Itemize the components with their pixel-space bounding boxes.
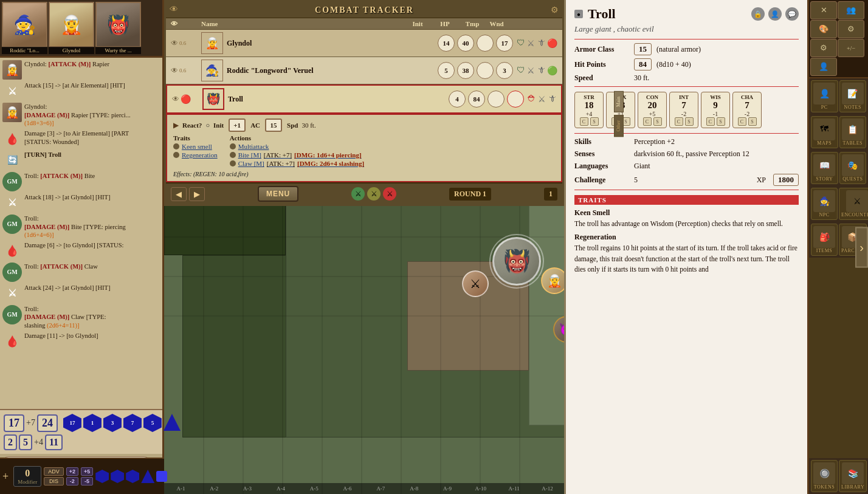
tool-close[interactable]: ✕	[810, 1, 837, 19]
log-avatar-gm: GM	[2, 172, 22, 191]
token-char3-container[interactable]: 👿	[553, 316, 564, 343]
str-c-btn[interactable]: C	[580, 117, 588, 126]
trait-keen-smell[interactable]: Keen smell	[173, 143, 218, 150]
tool-players[interactable]: 👥	[838, 1, 864, 19]
tool-plusminus[interactable]: +/−	[838, 39, 864, 57]
troll-expand-arrow[interactable]: ▶	[173, 121, 179, 130]
tab-pc[interactable]: 👤 PC	[811, 80, 838, 112]
menu-button[interactable]: MENU	[258, 186, 298, 202]
action-bite[interactable]: Bite [M] [ATK: +7] [DMG: 1d6+4 piercing]	[230, 151, 364, 159]
dice-display: 17 +7 24 17 1 3 7 5 2 5 +4 11	[0, 409, 162, 454]
far-right-sidebar: ✕ 👥 🎨 ⚙ ⚙ +/− 👤 👤 PC 📝 NOTES 🗺 MAPS	[807, 0, 868, 494]
die-d20-icon[interactable]	[95, 470, 109, 483]
nav-back-btn[interactable]: ◀	[171, 187, 187, 201]
die-d6-icon[interactable]	[156, 471, 167, 482]
hp-glyndol: 40	[457, 35, 474, 52]
log-entry: GM Troll: [ATTACK (M)] Bite	[2, 172, 160, 191]
story-icon: 📖	[813, 154, 835, 176]
tracker-title: COMBAT TRACKER	[315, 5, 414, 15]
die-d10-icon[interactable]	[126, 470, 139, 483]
tab-notes[interactable]: 📝 NOTES	[839, 80, 867, 112]
left-sidebar: 🧙 Roddic "Lo... 🧝 Glyndol 👹 Warty the ..…	[0, 0, 164, 494]
tab-npc[interactable]: 🧙 NPC	[811, 188, 838, 220]
adv-button[interactable]: ADV	[44, 467, 64, 476]
dis-button[interactable]: DIS	[44, 477, 64, 485]
minus2-button[interactable]: -2	[66, 477, 78, 485]
stat-row-ac: Armor Class 15 (natural armor)	[574, 43, 799, 55]
wis-value: 9	[713, 100, 718, 111]
combatant-row-roddic[interactable]: 👁 0.6 🧙 Roddic "Longword" Veruel 5 38 3 …	[166, 57, 562, 84]
tab-maps[interactable]: 🗺 MAPS	[811, 116, 838, 148]
tracker-gear-icon[interactable]: ⚙	[551, 5, 559, 15]
con-c-btn[interactable]: C	[643, 117, 652, 126]
token-troll-container[interactable]: 👹	[492, 237, 541, 286]
int-s-btn[interactable]: S	[685, 117, 694, 126]
combatant-row-troll[interactable]: 👁 🔴 👹 Troll 4 84 ⛑ ⚔ 🗡	[166, 84, 562, 114]
stat-divider-2	[574, 86, 799, 87]
action-claw[interactable]: Claw [M] [ATK: +7] [DMG: 2d6+4 slashing]	[230, 160, 364, 167]
dice-plus-2: +4	[34, 437, 43, 447]
tool-person[interactable]: 👤	[810, 58, 837, 76]
portrait-warty[interactable]: 👹 Warty the ...	[95, 2, 141, 54]
portrait-glyndol[interactable]: 🧝 Glyndol	[49, 2, 94, 54]
blue-die-d20-2: 1	[83, 414, 102, 432]
share-icon[interactable]: 👤	[768, 7, 782, 21]
die-d4-icon[interactable]	[141, 470, 154, 483]
tool-color[interactable]: 🎨	[810, 20, 837, 38]
tab-library[interactable]: 📚 LIBRARY	[839, 460, 867, 492]
row-eye-init-roddic: 👁 0.6	[171, 66, 201, 75]
tool-settings2[interactable]: ⚙	[810, 39, 837, 57]
log-text: Troll:[DAMAGE (M)] Claw [TYPE:slashing (…	[24, 305, 160, 330]
main-tab[interactable]: Main	[614, 91, 624, 112]
tab-encounters[interactable]: ⚔ ENCOUNTRS	[839, 188, 868, 220]
token-troll-img: 👹	[492, 237, 541, 286]
blue-die-d20-1: 17	[63, 414, 81, 432]
str-s-btn[interactable]: S	[590, 117, 599, 126]
token-glyndol-container[interactable]: ⚔	[462, 270, 489, 297]
con-s-btn[interactable]: S	[653, 117, 662, 126]
log-avatar-blood2: 🩸	[2, 241, 22, 261]
round-display: ROUND 1	[449, 188, 491, 201]
tracker-eye-btn[interactable]: 👁	[170, 5, 178, 15]
tab-tables[interactable]: 📋 TABLES	[839, 116, 867, 148]
token-char2-container[interactable]: 🧝	[541, 267, 564, 294]
action-claw-label: Claw [M]	[238, 160, 264, 167]
action-claw-atk: [ATK: +7]	[267, 160, 295, 167]
log-entry: ⚔ Attack [18] -> [at Glyndol] [HIT]	[2, 193, 160, 213]
combatant-row-glyndol[interactable]: 👁 0.6 🧝 Glyndol 14 40 17 🛡 ⚔ 🗡 🔴	[166, 30, 562, 57]
chevron-right-btn[interactable]: ›	[855, 227, 868, 267]
nav-fwd-btn[interactable]: ▶	[189, 187, 205, 201]
plus2-button[interactable]: +2	[66, 467, 78, 476]
tab-story[interactable]: 📖 STORY	[811, 152, 838, 184]
minus5-button[interactable]: -5	[81, 477, 93, 485]
wis-c-btn[interactable]: C	[706, 117, 715, 126]
action-multiattack[interactable]: Multiattack	[230, 143, 364, 150]
cha-s-btn[interactable]: S	[748, 117, 757, 126]
wis-s-btn[interactable]: S	[717, 117, 725, 126]
tab-quests[interactable]: 🎭 QUESTS	[839, 152, 867, 184]
npc-label: NPC	[819, 212, 829, 218]
add-token-btn[interactable]: +	[2, 470, 9, 483]
tab-tokens[interactable]: 🔘 TOKENS	[811, 460, 838, 492]
speed-value-panel: 30 ft.	[634, 74, 649, 83]
die-d12-icon[interactable]	[111, 470, 124, 483]
portrait-roddic[interactable]: 🧙 Roddic "Lo...	[2, 2, 47, 54]
stat-row-languages: Languages Giant	[574, 162, 799, 171]
wis-cs: C S	[706, 117, 725, 126]
blue-die-d20-4: 7	[123, 414, 142, 432]
log-text: Clyndol: [ATTACK (M)] Rapier	[24, 60, 160, 69]
int-c-btn[interactable]: C	[675, 117, 683, 126]
plus5-button[interactable]: +5	[81, 467, 93, 476]
header-wnd: Wnd	[484, 20, 509, 27]
cha-c-btn[interactable]: C	[738, 117, 746, 126]
combatant-icons-roddic: 🛡 ⚔ 🗡 🟢	[517, 66, 557, 76]
character-portraits: 🧙 Roddic "Lo... 🧝 Glyndol 👹 Warty the ..…	[0, 0, 162, 58]
lock-icon[interactable]: 🔒	[751, 7, 765, 21]
coord-a1: A-1	[164, 485, 198, 492]
trait-regeneration[interactable]: Regeneration	[173, 151, 218, 159]
tab-items[interactable]: 🎒 ITEMS	[811, 224, 838, 256]
trait-regen-title: Regeneration	[574, 233, 799, 242]
tool-settings[interactable]: ⚙	[838, 20, 864, 38]
chat-icon[interactable]: 💬	[785, 7, 799, 21]
other-tab[interactable]: Other	[614, 115, 624, 137]
